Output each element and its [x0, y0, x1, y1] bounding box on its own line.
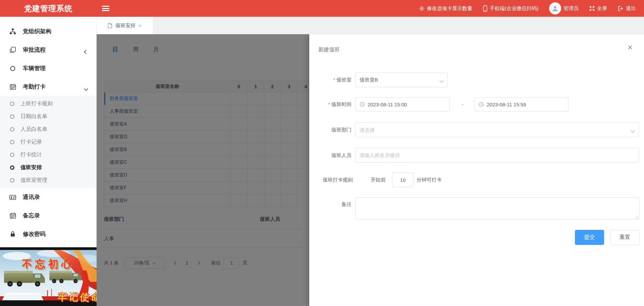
duty-room-label: *值班室: [309, 77, 352, 83]
sidebar-item-approval-flow[interactable]: 审批流程: [0, 41, 96, 59]
duty-end-time-value[interactable]: [484, 98, 568, 111]
fullscreen-button[interactable]: 全屏: [589, 5, 607, 12]
sidebar-item-org-structure[interactable]: 党组织架构: [0, 22, 96, 41]
mobile-qr-button[interactable]: 手机端(企业微信扫码): [483, 5, 538, 12]
required-mark: *: [328, 101, 330, 107]
user-name: 管理员: [564, 5, 579, 12]
calendar-icon: [9, 84, 16, 90]
circle-icon: [10, 114, 14, 119]
circle-icon: [10, 153, 14, 157]
header-actions: 修改选项卡显示数量 手机端(企业微信扫码) 管理员 全屏 退出: [419, 2, 644, 14]
tab-label: 值班安排: [115, 22, 136, 29]
duty-dept-label: 值班部门: [309, 127, 352, 133]
chevron-down-icon: [631, 128, 634, 130]
tab-duty-schedule[interactable]: 值班安排 ×: [97, 17, 153, 34]
duty-dept-placeholder[interactable]: [356, 123, 639, 137]
user-icon: [551, 5, 559, 12]
app-header: 党建管理系统 修改选项卡显示数量 手机端(企业微信扫码) 管理员 全屏: [0, 0, 644, 17]
logout-icon: [618, 6, 624, 11]
duty-person-field[interactable]: [356, 148, 639, 162]
contact-card-icon: [9, 194, 16, 201]
sidebar-item-label: 考勤打卡: [23, 83, 46, 91]
sidebar-item-label: 备忘录: [23, 212, 40, 219]
modal-overlay[interactable]: [97, 34, 309, 306]
gear-icon: [419, 6, 425, 11]
subitem-label: 上班打卡规则: [20, 100, 53, 107]
duty-person-label: 值班人员: [309, 152, 352, 159]
subitem-label: 打卡记录: [20, 139, 42, 146]
sidebar-item-change-password[interactable]: 修改密码: [0, 225, 96, 243]
tab-bar: 值班安排 ×: [97, 17, 644, 34]
duty-start-time-value[interactable]: [365, 98, 449, 111]
sidebar-item-vehicle-mgmt[interactable]: 车辆管理: [0, 59, 96, 78]
tab-close-icon[interactable]: ×: [139, 23, 142, 29]
remark-label: 备注: [309, 201, 352, 208]
chevron-down-icon: [85, 85, 88, 92]
sitemap-icon: [9, 28, 16, 35]
circle-icon: [10, 140, 14, 144]
duty-room-select[interactable]: [355, 72, 448, 87]
clock-icon: [360, 102, 365, 107]
duty-start-time-picker[interactable]: [355, 97, 450, 111]
fullscreen-icon: [589, 6, 595, 11]
document-icon: [108, 23, 112, 29]
sidebar-item-label: 修改密码: [23, 230, 46, 238]
circle-icon: [9, 65, 16, 72]
resize-handle-icon[interactable]: [635, 215, 638, 218]
hamburger-icon[interactable]: [102, 6, 109, 11]
sidebar-subitem-punch-rules[interactable]: 上班打卡规则: [0, 97, 96, 110]
mobile-qr-label: 手机端(企业微信扫码): [490, 5, 538, 12]
sidebar-subitem-punch-records[interactable]: 打卡记录: [0, 136, 96, 148]
close-icon[interactable]: ×: [628, 43, 633, 52]
circle-icon: [10, 178, 14, 183]
circle-icon: [10, 127, 14, 132]
new-duty-drawer: 新建值班 × *值班室 *值班时间 - 值班部门 值班人员: [309, 34, 644, 306]
tab-count-setting-button[interactable]: 修改选项卡显示数量: [419, 5, 472, 12]
duty-person-input[interactable]: [355, 148, 639, 163]
app-title: 党建管理系统: [0, 3, 97, 14]
remark-textarea[interactable]: [355, 197, 640, 220]
propaganda-banner: 不忘初心 牢记使命: [0, 247, 97, 306]
chevron-down-icon: [440, 78, 443, 80]
clock-icon: [479, 102, 484, 107]
fullscreen-label: 全屏: [597, 5, 607, 12]
time-range-separator: -: [459, 101, 466, 107]
sidebar-subitem-duty-schedule[interactable]: 值班安排: [0, 161, 96, 174]
sidebar-subitem-date-whitelist[interactable]: 日期白名单: [0, 110, 96, 123]
attendance-submenu: 上班打卡规则 日期白名单 人员白名单 打卡记录 打卡统计 值班安排 值班室管理: [0, 96, 96, 188]
avatar: [549, 2, 561, 14]
punch-rule-minutes-input[interactable]: [392, 172, 414, 187]
user-menu[interactable]: 管理员: [549, 2, 579, 14]
subitem-label: 值班室管理: [20, 177, 47, 184]
punch-rule-minutes-value[interactable]: [392, 173, 413, 187]
sidebar-item-label: 通讯录: [23, 193, 40, 201]
duty-room-value[interactable]: [356, 73, 447, 87]
sidebar-item-label: 审批流程: [23, 46, 46, 54]
subitem-label: 值班安排: [20, 164, 42, 171]
sidebar-item-contacts[interactable]: 通讯录: [0, 188, 96, 206]
sidebar-item-memo[interactable]: 备忘录: [0, 206, 96, 225]
sidebar: 党组织架构 审批流程 车辆管理 考勤打卡: [0, 17, 97, 306]
submit-button[interactable]: 提交: [575, 230, 604, 245]
sidebar-item-label: 车辆管理: [23, 64, 46, 72]
duty-time-label: *值班时间: [309, 101, 352, 108]
remark-field[interactable]: [356, 198, 639, 219]
reset-button[interactable]: 重置: [610, 230, 640, 245]
lock-icon: [9, 231, 16, 238]
sidebar-subitem-duty-room-mgmt[interactable]: 值班室管理: [0, 174, 96, 187]
sidebar-subitem-person-whitelist[interactable]: 人员白名单: [0, 123, 96, 136]
sidebar-item-attendance[interactable]: 考勤打卡: [0, 78, 96, 96]
subitem-label: 人员白名单: [20, 126, 47, 133]
punch-rule-prefix: 开始前: [371, 177, 386, 183]
banner-slogan-bottom: 牢记使命: [57, 291, 97, 304]
logout-label: 退出: [626, 5, 636, 12]
logout-button[interactable]: 退出: [618, 5, 636, 12]
duty-dept-select[interactable]: [355, 122, 639, 137]
tab-count-setting-label: 修改选项卡显示数量: [427, 5, 472, 12]
banner-slogan-top: 不忘初心: [0, 257, 97, 271]
copy-icon: [9, 47, 16, 53]
sidebar-subitem-punch-stats[interactable]: 打卡统计: [0, 148, 96, 161]
punch-rule-suffix: 分钟可打卡: [417, 177, 442, 183]
duty-end-time-picker[interactable]: [474, 97, 569, 111]
chevron-left-icon: [85, 48, 88, 55]
